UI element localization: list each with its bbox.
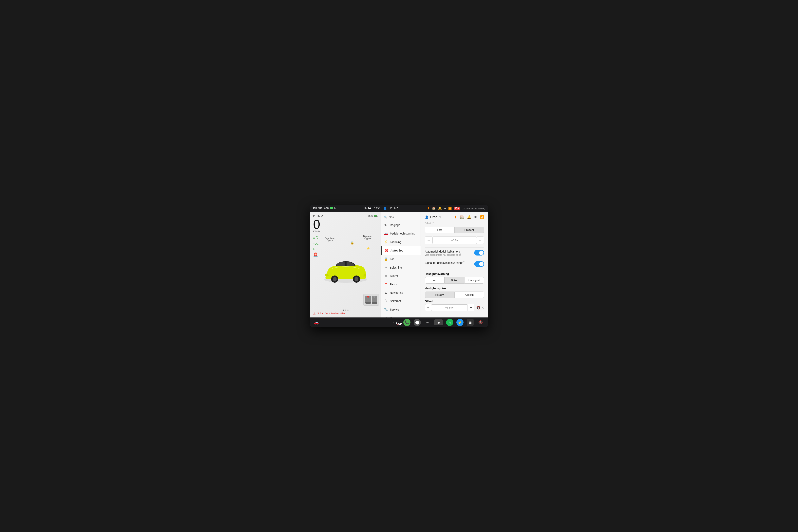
sidebar-item-reglage[interactable]: 👁Reglage xyxy=(381,221,421,229)
warning-triangle-icon: ⚠ xyxy=(313,312,316,315)
hastighetsgrans-heading: Hastighetsgräns xyxy=(425,287,484,290)
sidebar-item-label-belysning: Belysning xyxy=(390,266,402,269)
sidebar-item-label-reglage: Reglage xyxy=(390,224,400,227)
speed-left-arrow: ‹ xyxy=(394,321,395,324)
battery-body xyxy=(330,207,335,209)
profile-person-icon: 👤 xyxy=(425,215,429,219)
mute-icon[interactable]: 🔇 xyxy=(476,306,480,309)
ljudsignal-button[interactable]: Ljudsignal xyxy=(464,277,484,284)
las-icon: 🔒 xyxy=(384,257,388,261)
speed-right-arrow: › xyxy=(404,321,405,324)
seat-thumbnail[interactable] xyxy=(363,294,379,306)
profile-name-text: Profil 1 xyxy=(430,215,441,219)
bluetooth-taskbar-button[interactable]: ⚡ xyxy=(456,319,463,326)
status-bar-center: 16:36 14°C 👤 Profil 1 xyxy=(339,207,423,210)
reglage-icon: 👁 xyxy=(384,223,388,227)
sidebar-item-autopilot[interactable]: 🎯Autopilot xyxy=(381,246,421,255)
service-icon: 🔧 xyxy=(384,308,388,311)
hastighetsvarning-heading: Hastighetsvarning xyxy=(425,272,484,276)
sidebar-item-resor[interactable]: 📍Resor xyxy=(381,280,421,288)
offset-kmh-plus[interactable]: + xyxy=(467,304,474,311)
toggle-dodvinkel-text: Automatisk dödvinkelkamera Visa sidokame… xyxy=(425,250,472,256)
search-label: Sök xyxy=(389,215,394,219)
sidebar-item-laddning[interactable]: ⚡Laddning xyxy=(381,238,421,246)
sidebar-item-belysning[interactable]: ☀Belysning xyxy=(381,263,421,272)
close-icon[interactable]: ✕ xyxy=(481,306,484,309)
fast-button[interactable]: Fast xyxy=(425,227,454,233)
media-taskbar-button[interactable]: ▦ xyxy=(434,320,443,325)
svg-rect-8 xyxy=(365,302,371,304)
search-icon: 🔍 xyxy=(384,215,387,219)
sidebar-item-label-las: Lås xyxy=(390,258,395,261)
search-bar[interactable]: 🔍 Sök xyxy=(381,213,421,221)
grid-taskbar-button[interactable]: ⊞ xyxy=(467,319,474,326)
page-dot-2[interactable] xyxy=(345,309,346,311)
resor-icon: 📍 xyxy=(384,282,388,286)
dots-taskbar-button[interactable]: ••• xyxy=(424,319,431,326)
hastighetsvarning-row: Av Skärm Ljudsignal xyxy=(425,277,484,284)
download-header-icon[interactable]: ⬇ xyxy=(454,215,457,219)
offset-kmh-stepper: − +0 km/h + 🔇 ✕ xyxy=(425,304,484,311)
profile-name-area: 👤 Profil 1 xyxy=(425,215,441,219)
svg-point-10 xyxy=(367,296,369,298)
volume-taskbar-button[interactable]: 🔇 xyxy=(477,319,484,326)
av-button[interactable]: Av xyxy=(425,277,444,284)
absolut-button[interactable]: Absolut xyxy=(454,291,484,298)
pagination-dots xyxy=(313,309,378,311)
sidebar-item-pedaler[interactable]: 🚗Pedaler och styrning xyxy=(381,229,421,238)
battery-pct-left: 66% xyxy=(368,214,373,217)
toggle-dodvinkel-title: Automatisk dödvinkelkamera xyxy=(425,250,472,253)
home-header-icon[interactable]: 🏠 xyxy=(460,215,464,219)
sidebar-item-skarm[interactable]: 🖥Skärm xyxy=(381,272,421,280)
svg-rect-9 xyxy=(372,302,377,304)
car-taskbar-icon[interactable]: 🚗 xyxy=(314,320,319,325)
sidebar-item-label-autopilot: Autopilot xyxy=(391,249,402,252)
speed-unit-bottom: 🚗💬 xyxy=(397,323,401,325)
offset-plus-button[interactable]: + xyxy=(476,236,484,244)
bluetooth-icon: ✶ xyxy=(444,206,446,210)
home-icon: 🏠 xyxy=(432,206,436,210)
programvara-icon: ⬇ xyxy=(384,316,388,318)
toggle-signal-switch[interactable] xyxy=(474,261,484,267)
signal-icon: 📶 xyxy=(448,207,452,210)
speed-display: 0 xyxy=(313,218,378,231)
menu-panel: 🔍 Sök 👁Reglage🚗Pedaler och styrning⚡Ladd… xyxy=(381,212,421,318)
signal-header-icon[interactable]: 📶 xyxy=(480,215,484,219)
svg-point-4 xyxy=(355,277,358,281)
bell-header-icon[interactable]: 🔔 xyxy=(467,215,471,219)
svg-point-11 xyxy=(374,296,376,298)
page-dot-3[interactable] xyxy=(347,309,348,311)
laddning-icon: ⚡ xyxy=(384,240,388,244)
speed-unit: KM/H xyxy=(313,230,378,233)
skarm-button[interactable]: Skärm xyxy=(444,277,464,284)
belysning-icon: ☀ xyxy=(384,266,388,269)
tesla-screen: PRND 66% 16:36 14°C 👤 Profil 1 ⬇ 🏠 🔔 ✶ 📶… xyxy=(310,205,488,327)
camera-taskbar-button[interactable]: ⬤ xyxy=(414,319,421,326)
svg-point-2 xyxy=(333,277,337,281)
sidebar-item-programvara[interactable]: ⬇Programvara xyxy=(381,314,421,318)
toggle-dodvinkel-switch[interactable] xyxy=(474,250,484,255)
autopilot-icon: 🎯 xyxy=(384,249,388,252)
sidebar-item-navigering[interactable]: ▲Navigering xyxy=(381,288,421,297)
airbag-badge: PASSENGER AIRBAG ON xyxy=(462,207,485,210)
sidebar-item-las[interactable]: 🔒Lås xyxy=(381,255,421,263)
offset-minus-button[interactable]: − xyxy=(425,236,433,244)
prnd-indicator: PRND xyxy=(313,207,323,210)
battery-fill xyxy=(330,207,333,209)
hastighetsgrans-row: Relativ Absolut xyxy=(425,291,484,298)
sidebar-item-sakerhet[interactable]: ⏱Säkerhet xyxy=(381,297,421,305)
offset-value: +0 % xyxy=(433,236,476,244)
relativ-button[interactable]: Relativ xyxy=(425,291,454,298)
seat-svg xyxy=(364,295,378,305)
offset-stepper: − +0 % + xyxy=(425,236,484,244)
sidebar-item-service[interactable]: 🔧Service xyxy=(381,305,421,314)
spotify-taskbar-button[interactable]: ♫ xyxy=(446,319,453,326)
sos-badge[interactable]: SOS xyxy=(454,207,460,210)
offset-kmh-minus[interactable]: − xyxy=(425,304,432,311)
page-dot-1[interactable] xyxy=(343,309,344,311)
procent-button[interactable]: Procent xyxy=(454,227,484,233)
taskbar: 🚗 ‹ 20.5 › 🚗💬 📞 ⬤ ••• ▦ ♫ ⚡ ⊞ 🔇 xyxy=(310,318,488,327)
header-icons: ⬇ 🏠 🔔 ✶ 📶 xyxy=(454,215,484,219)
menu-items-container: 👁Reglage🚗Pedaler och styrning⚡Laddning🎯A… xyxy=(381,221,421,318)
bt-header-icon[interactable]: ✶ xyxy=(474,215,477,219)
